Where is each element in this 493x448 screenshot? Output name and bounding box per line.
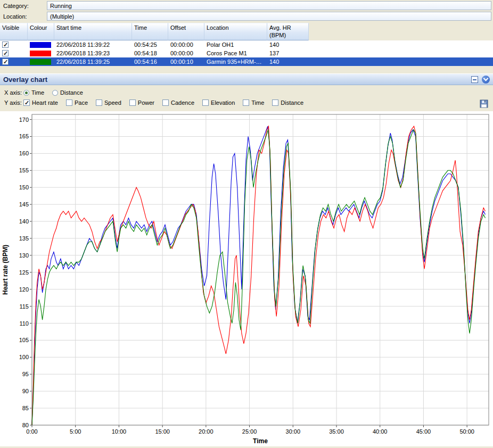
y-axis-option-elevation[interactable]: Elevation [202, 99, 235, 106]
x-axis-title: Time [253, 437, 268, 445]
cell-location: Polar OH1 [204, 40, 267, 49]
visible-checkbox[interactable] [2, 59, 9, 65]
y-axis-option-speed[interactable]: Speed [96, 99, 121, 106]
y-tick-label: 105 [19, 337, 29, 343]
visible-checkbox[interactable] [2, 50, 9, 56]
y-tick-label: 135 [19, 235, 29, 242]
overlay-chart: 8085909510010511011512012513013514014515… [0, 111, 493, 446]
cell-time: 00:54:16 [132, 57, 168, 66]
checkbox-icon [23, 99, 30, 106]
y-tick-label: 100 [19, 354, 29, 360]
y-tick-label: 165 [19, 133, 29, 139]
colour-swatch [30, 42, 51, 48]
y-tick-label: 145 [19, 201, 29, 208]
category-label: Category: [3, 3, 47, 9]
checkbox-icon [272, 99, 278, 106]
column-header[interactable]: Offset [168, 23, 204, 40]
y-tick-label: 160 [19, 150, 29, 156]
checkbox-icon [243, 99, 249, 106]
option-label: Speed [104, 99, 121, 106]
category-field[interactable]: Running [47, 1, 491, 10]
location-value: (Multiple) [50, 13, 74, 20]
y-tick-label: 125 [19, 269, 29, 276]
axis-controls: X axis: TimeDistance Y axis: Heart rateP… [0, 85, 493, 110]
overlay-chart-title: Overlay chart [3, 76, 47, 84]
visible-checkbox[interactable] [2, 42, 9, 48]
y-axis-option-power[interactable]: Power [129, 99, 154, 106]
x-tick-label: 20:00 [199, 428, 213, 435]
x-tick-label: 25:00 [242, 428, 257, 435]
y-tick-label: 150 [19, 184, 29, 190]
y-axis-option-pace[interactable]: Pace [66, 99, 88, 106]
location-row: Location: (Multiple) [0, 11, 493, 21]
category-row: Category: Running [0, 0, 493, 11]
cell-location: Coros Pace M1 [204, 49, 267, 57]
checkbox-icon [129, 99, 136, 106]
chart-panel: 8085909510010511011512012513013514014515… [0, 111, 493, 446]
column-header[interactable]: Visible [0, 23, 28, 40]
table-row[interactable]: 22/06/2018 11:39:2300:54:1800:00:00Coros… [0, 49, 493, 57]
x-axis-options: TimeDistance [23, 89, 91, 96]
colour-swatch [30, 59, 51, 65]
column-header[interactable]: Avg. HR (BPM) [267, 23, 309, 40]
column-header[interactable]: Start time [54, 23, 132, 40]
chevron-down-icon[interactable] [482, 76, 490, 84]
colour-swatch [30, 51, 51, 56]
y-tick-label: 130 [19, 252, 29, 259]
x-axis-option-time[interactable]: Time [23, 89, 44, 96]
cell-avg_hr: 140 [267, 57, 309, 66]
x-tick-label: 15:00 [155, 428, 170, 435]
y-axis-option-time[interactable]: Time [243, 99, 264, 106]
series-polar-oh1 [32, 126, 486, 425]
y-axis-title: Heart rate (BPM) [2, 245, 9, 295]
app-window: Category: Running Location: (Multiple) V… [0, 0, 493, 446]
cell-offset: 00:00:10 [168, 57, 204, 66]
y-axis-options: Heart ratePaceSpeedPowerCadenceElevation… [23, 99, 311, 106]
option-label: Distance [281, 99, 303, 106]
y-tick-label: 140 [19, 218, 29, 225]
y-axis-row: Y axis: Heart ratePaceSpeedPowerCadenceE… [4, 98, 489, 107]
option-label: Time [251, 99, 264, 106]
plot-border [32, 114, 489, 425]
radio-icon [23, 90, 29, 96]
save-button[interactable] [480, 99, 488, 108]
y-axis-option-cadence[interactable]: Cadence [162, 99, 194, 106]
x-tick-label: 5:00 [70, 428, 81, 435]
y-tick-label: 85 [22, 405, 29, 411]
y-tick-label: 110 [19, 320, 29, 327]
location-field[interactable]: (Multiple) [47, 12, 491, 21]
session-table-header: VisibleColourStart timeTimeOffsetLocatio… [0, 23, 493, 40]
radio-icon [52, 90, 58, 96]
row-filler [309, 40, 493, 49]
cell-offset: 00:00:00 [168, 40, 204, 49]
y-tick-label: 80 [22, 422, 29, 428]
option-label: Power [138, 99, 154, 106]
column-header-filler [309, 23, 493, 40]
session-table-body: 22/06/2018 11:39:2200:54:2500:00:00Polar… [0, 40, 493, 66]
cell-offset: 00:00:00 [168, 49, 204, 57]
cell-start_time: 22/06/2018 11:39:22 [54, 40, 132, 49]
y-axis-option-heart-rate[interactable]: Heart rate [23, 99, 58, 106]
collapse-icon[interactable] [471, 76, 478, 83]
column-header[interactable]: Time [132, 23, 168, 40]
checkbox-icon [202, 99, 209, 106]
x-axis-option-distance[interactable]: Distance [52, 89, 83, 96]
checkbox-icon [162, 99, 169, 106]
y-tick-label: 120 [19, 286, 29, 293]
x-tick-label: 45:00 [416, 428, 431, 435]
column-header[interactable]: Colour [28, 23, 54, 40]
column-header[interactable]: Location [204, 23, 267, 40]
checkbox-icon [66, 99, 72, 106]
x-axis-label: X axis: [4, 89, 23, 96]
row-filler [309, 57, 493, 66]
cell-start_time: 22/06/2018 11:39:23 [54, 49, 132, 57]
x-tick-label: 10:00 [112, 428, 127, 435]
x-tick-label: 35:00 [329, 428, 344, 435]
table-row[interactable]: 22/06/2018 11:39:2200:54:2500:00:00Polar… [0, 40, 493, 49]
y-tick-label: 115 [19, 303, 29, 310]
y-tick-label: 90 [22, 388, 29, 394]
y-axis-option-distance[interactable]: Distance [272, 99, 303, 106]
category-value: Running [50, 3, 72, 9]
x-axis-row: X axis: TimeDistance [4, 88, 489, 97]
table-row[interactable]: 22/06/2018 11:39:2500:54:1600:00:10Garmi… [0, 57, 493, 66]
